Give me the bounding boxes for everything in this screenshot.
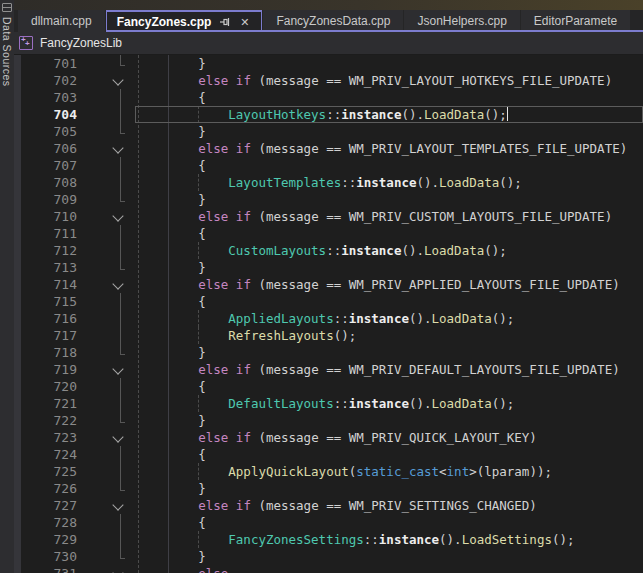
code-text: else if (message == WM_PRIV_APPLIED_LAYO… [138, 276, 620, 293]
fold-chevron-icon[interactable] [106, 429, 130, 446]
breadcrumb-bar: ++ FancyZonesLib [14, 32, 643, 55]
code-line[interactable]: 720 { [14, 378, 643, 395]
line-number: 714 [14, 276, 77, 293]
line-number: 731 [14, 565, 77, 573]
code-line[interactable]: 708 LayoutTemplates::instance().LoadData… [14, 174, 643, 191]
line-number: 711 [14, 225, 77, 242]
code-line[interactable]: 704 LayoutHotkeys::instance().LoadData()… [14, 106, 643, 123]
code-line[interactable]: 712 CustomLayouts::instance().LoadData()… [14, 242, 643, 259]
fold-extent-line [106, 157, 130, 174]
fold-chevron-icon[interactable] [106, 208, 130, 225]
code-text: else [138, 565, 228, 573]
code-line[interactable]: 716 AppliedLayouts::instance().LoadData(… [14, 310, 643, 327]
code-line[interactable]: 714 else if (message == WM_PRIV_APPLIED_… [14, 276, 643, 293]
code-line[interactable]: 728 { [14, 514, 643, 531]
line-number: 719 [14, 361, 77, 378]
code-line[interactable]: 725 ApplyQuickLayout(static_cast<int>(lp… [14, 463, 643, 480]
line-number: 725 [14, 463, 77, 480]
code-line[interactable]: 731 else [14, 565, 643, 573]
line-number: 717 [14, 327, 77, 344]
code-text: AppliedLayouts::instance().LoadData(); [138, 310, 514, 327]
code-line[interactable]: 710 else if (message == WM_PRIV_CUSTOM_L… [14, 208, 643, 225]
fold-extent-line [106, 514, 130, 531]
code-line[interactable]: 706 else if (message == WM_PRIV_LAYOUT_T… [14, 140, 643, 157]
pin-icon[interactable] [218, 16, 231, 29]
tab-FancyZones.cpp[interactable]: FancyZones.cpp✕ [106, 10, 263, 32]
line-number: 702 [14, 72, 77, 89]
code-text: } [138, 191, 206, 208]
code-line[interactable]: 717 RefreshLayouts(); [14, 327, 643, 344]
code-line[interactable]: 713 } [14, 259, 643, 276]
code-line[interactable]: 730 } [14, 548, 643, 565]
code-line[interactable]: 707 { [14, 157, 643, 174]
tab-dllmain.cpp[interactable]: dllmain.cpp [18, 10, 105, 32]
fold-chevron-icon[interactable] [106, 497, 130, 514]
line-number: 718 [14, 344, 77, 361]
fold-extent-line [106, 548, 130, 565]
code-text: { [138, 446, 206, 463]
line-number: 708 [14, 174, 77, 191]
fold-extent-line [106, 463, 130, 480]
code-text: } [138, 123, 206, 140]
fold-chevron-icon[interactable] [106, 565, 130, 573]
line-number: 722 [14, 412, 77, 429]
fold-chevron-icon[interactable] [106, 72, 130, 89]
code-line[interactable]: 702 else if (message == WM_PRIV_LAYOUT_H… [14, 72, 643, 89]
title-bar [14, 0, 643, 10]
cpp-project-icon: ++ [19, 36, 33, 50]
line-number: 703 [14, 89, 77, 106]
code-line[interactable]: 722 } [14, 412, 643, 429]
line-number: 727 [14, 497, 77, 514]
code-line[interactable]: 718 } [14, 344, 643, 361]
code-line[interactable]: 719 else if (message == WM_PRIV_DEFAULT_… [14, 361, 643, 378]
fold-chevron-icon[interactable] [106, 140, 130, 157]
line-number: 709 [14, 191, 77, 208]
code-text: } [138, 259, 206, 276]
code-text: { [138, 89, 206, 106]
code-text: else if (message == WM_PRIV_SETTINGS_CHA… [138, 497, 537, 514]
fold-extent-line [106, 174, 130, 191]
tab-JsonHelpers.cpp[interactable]: JsonHelpers.cpp [404, 10, 519, 32]
fold-extent-line [106, 446, 130, 463]
code-text: CustomLayouts::instance().LoadData(); [138, 242, 507, 259]
code-line[interactable]: 705 } [14, 123, 643, 140]
fold-extent-line [106, 106, 130, 123]
code-line[interactable]: 709 } [14, 191, 643, 208]
code-line[interactable]: 723 else if (message == WM_PRIV_QUICK_LA… [14, 429, 643, 446]
tab-strip: dllmain.cppFancyZones.cpp✕FancyZonesData… [14, 10, 643, 32]
code-line[interactable]: 703 { [14, 89, 643, 106]
fold-extent-line [106, 242, 130, 259]
code-line[interactable]: 724 { [14, 446, 643, 463]
tab-EditorParamete[interactable]: EditorParamete [521, 10, 630, 32]
code-text: { [138, 293, 206, 310]
code-line[interactable]: 701 } [14, 55, 643, 72]
code-text: } [138, 55, 206, 72]
close-icon[interactable]: ✕ [238, 16, 251, 29]
tab-label: FancyZones.cpp [117, 15, 212, 29]
code-text: else if (message == WM_PRIV_LAYOUT_HOTKE… [138, 72, 612, 89]
editor-code-area[interactable]: 701 }702 else if (message == WM_PRIV_LAY… [14, 55, 643, 573]
code-line[interactable]: 721 DefaultLayouts::instance().LoadData(… [14, 395, 643, 412]
fold-extent-line [106, 225, 130, 242]
fold-extent-line [106, 191, 130, 208]
code-line[interactable]: 715 { [14, 293, 643, 310]
tab-label: FancyZonesData.cpp [276, 14, 390, 28]
code-line[interactable]: 727 else if (message == WM_PRIV_SETTINGS… [14, 497, 643, 514]
fold-chevron-icon[interactable] [106, 276, 130, 293]
code-line[interactable]: 726 } [14, 480, 643, 497]
line-number: 715 [14, 293, 77, 310]
tab-FancyZonesData.cpp[interactable]: FancyZonesData.cpp [263, 10, 403, 32]
fold-extent-line [106, 378, 130, 395]
fold-extent-line [106, 293, 130, 310]
code-text: FancyZonesSettings::instance().LoadSetti… [138, 531, 575, 548]
line-number: 730 [14, 548, 77, 565]
sidebar-tab-data-sources[interactable]: Data Sources [0, 0, 14, 573]
breadcrumb-project[interactable]: FancyZonesLib [40, 36, 122, 50]
fold-chevron-icon[interactable] [106, 361, 130, 378]
code-line[interactable]: 729 FancyZonesSettings::instance().LoadS… [14, 531, 643, 548]
code-line[interactable]: 711 { [14, 225, 643, 242]
fold-extent-line [106, 259, 130, 276]
text-cursor [507, 107, 509, 121]
code-text: ApplyQuickLayout(static_cast<int>(lparam… [138, 463, 552, 480]
line-number: 701 [14, 55, 77, 72]
